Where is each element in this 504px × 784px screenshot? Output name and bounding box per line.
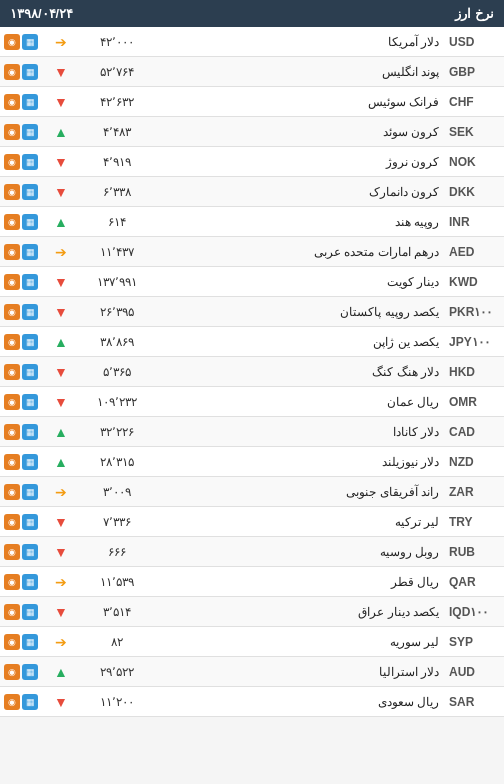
rss-icon[interactable]: ◉ (4, 124, 20, 140)
action-icons[interactable]: ▦ ◉ (4, 154, 50, 170)
action-icons[interactable]: ▦ ◉ (4, 664, 50, 680)
table-row[interactable]: QAR ریال قطر ۱۱٬۵۳۹ ➔ ▦ ◉ (0, 567, 504, 597)
action-icons[interactable]: ▦ ◉ (4, 544, 50, 560)
action-icons[interactable]: ▦ ◉ (4, 64, 50, 80)
rss-icon[interactable]: ◉ (4, 274, 20, 290)
rss-icon[interactable]: ◉ (4, 664, 20, 680)
action-icons[interactable]: ▦ ◉ (4, 184, 50, 200)
rss-icon[interactable]: ◉ (4, 34, 20, 50)
chart-icon[interactable]: ▦ (22, 514, 38, 530)
table-row[interactable]: HKD دلار هنگ کنگ ۵٬۳۶۵ ▼ ▦ ◉ (0, 357, 504, 387)
action-icons[interactable]: ▦ ◉ (4, 34, 50, 50)
rss-icon[interactable]: ◉ (4, 544, 20, 560)
chart-icon[interactable]: ▦ (22, 364, 38, 380)
action-icons[interactable]: ▦ ◉ (4, 244, 50, 260)
table-row[interactable]: SYP لیر سوریه ۸۲ ➔ ▦ ◉ (0, 627, 504, 657)
chart-icon[interactable]: ▦ (22, 394, 38, 410)
chart-icon[interactable]: ▦ (22, 184, 38, 200)
chart-icon[interactable]: ▦ (22, 334, 38, 350)
rss-icon[interactable]: ◉ (4, 64, 20, 80)
chart-icon[interactable]: ▦ (22, 304, 38, 320)
table-row[interactable]: SAR ریال سعودی ۱۱٬۲۰۰ ▼ ▦ ◉ (0, 687, 504, 717)
currency-price: ۱۳۷٬۹۹۱ (72, 275, 162, 289)
chart-icon[interactable]: ▦ (22, 484, 38, 500)
action-icons[interactable]: ▦ ◉ (4, 124, 50, 140)
chart-icon[interactable]: ▦ (22, 544, 38, 560)
chart-icon[interactable]: ▦ (22, 64, 38, 80)
table-row[interactable]: USD دلار آمریکا ۴۲٬۰۰۰ ➔ ▦ ◉ (0, 27, 504, 57)
chart-icon[interactable]: ▦ (22, 94, 38, 110)
currency-price: ۶۶۶ (72, 545, 162, 559)
chart-icon[interactable]: ▦ (22, 34, 38, 50)
action-icons[interactable]: ▦ ◉ (4, 694, 50, 710)
chart-icon[interactable]: ▦ (22, 244, 38, 260)
table-row[interactable]: AUD دلار استرالیا ۲۹٬۵۲۲ ▲ ▦ ◉ (0, 657, 504, 687)
action-icons[interactable]: ▦ ◉ (4, 274, 50, 290)
chart-icon[interactable]: ▦ (22, 154, 38, 170)
rss-icon[interactable]: ◉ (4, 334, 20, 350)
table-row[interactable]: RUB روبل روسیه ۶۶۶ ▼ ▦ ◉ (0, 537, 504, 567)
chart-icon[interactable]: ▦ (22, 694, 38, 710)
chart-icon[interactable]: ▦ (22, 664, 38, 680)
table-row[interactable]: CHF فرانک سوئیس ۴۲٬۶۳۲ ▼ ▦ ◉ (0, 87, 504, 117)
currency-price: ۱۱٬۴۳۷ (72, 245, 162, 259)
rss-icon[interactable]: ◉ (4, 394, 20, 410)
chart-icon[interactable]: ▦ (22, 604, 38, 620)
table-row[interactable]: KWD دینار کویت ۱۳۷٬۹۹۱ ▼ ▦ ◉ (0, 267, 504, 297)
rss-icon[interactable]: ◉ (4, 94, 20, 110)
action-icons[interactable]: ▦ ◉ (4, 514, 50, 530)
action-icons[interactable]: ▦ ◉ (4, 454, 50, 470)
action-icons[interactable]: ▦ ◉ (4, 94, 50, 110)
rss-icon[interactable]: ◉ (4, 364, 20, 380)
chart-icon[interactable]: ▦ (22, 214, 38, 230)
table-row[interactable]: CAD دلار کانادا ۳۲٬۲۲۶ ▲ ▦ ◉ (0, 417, 504, 447)
chart-icon[interactable]: ▦ (22, 124, 38, 140)
rss-icon[interactable]: ◉ (4, 244, 20, 260)
rss-icon[interactable]: ◉ (4, 454, 20, 470)
table-row[interactable]: JPY۱۰۰ یکصد ین ژاپن ۳۸٬۸۶۹ ▲ ▦ ◉ (0, 327, 504, 357)
price-direction: ➔ (50, 244, 72, 260)
table-row[interactable]: NZD دلار نیوزیلند ۲۸٬۳۱۵ ▲ ▦ ◉ (0, 447, 504, 477)
chart-icon[interactable]: ▦ (22, 424, 38, 440)
table-row[interactable]: OMR ریال عمان ۱۰۹٬۲۳۲ ▼ ▦ ◉ (0, 387, 504, 417)
currency-code: OMR (445, 395, 500, 409)
action-icons[interactable]: ▦ ◉ (4, 424, 50, 440)
rss-icon[interactable]: ◉ (4, 694, 20, 710)
table-row[interactable]: NOK کرون نروژ ۴٬۹۱۹ ▼ ▦ ◉ (0, 147, 504, 177)
rss-icon[interactable]: ◉ (4, 604, 20, 620)
chart-icon[interactable]: ▦ (22, 274, 38, 290)
chart-icon[interactable]: ▦ (22, 574, 38, 590)
table-row[interactable]: PKR۱۰۰ یکصد روپیه پاکستان ۲۶٬۳۹۵ ▼ ▦ ◉ (0, 297, 504, 327)
table-row[interactable]: AED درهم امارات متحده عربی ۱۱٬۴۳۷ ➔ ▦ ◉ (0, 237, 504, 267)
action-icons[interactable]: ▦ ◉ (4, 334, 50, 350)
action-icons[interactable]: ▦ ◉ (4, 604, 50, 620)
rss-icon[interactable]: ◉ (4, 484, 20, 500)
arrow-down-icon: ▼ (54, 274, 68, 290)
action-icons[interactable]: ▦ ◉ (4, 394, 50, 410)
rss-icon[interactable]: ◉ (4, 184, 20, 200)
rss-icon[interactable]: ◉ (4, 634, 20, 650)
table-row[interactable]: IQD۱۰۰ یکصد دینار عراق ۳٬۵۱۴ ▼ ▦ ◉ (0, 597, 504, 627)
action-icons[interactable]: ▦ ◉ (4, 484, 50, 500)
rss-icon[interactable]: ◉ (4, 304, 20, 320)
rss-icon[interactable]: ◉ (4, 574, 20, 590)
chart-icon[interactable]: ▦ (22, 454, 38, 470)
currency-name: ریال سعودی (162, 695, 445, 709)
table-row[interactable]: INR روپیه هند ۶۱۴ ▲ ▦ ◉ (0, 207, 504, 237)
table-row[interactable]: SEK کرون سوئد ۴٬۴۸۳ ▲ ▦ ◉ (0, 117, 504, 147)
table-row[interactable]: TRY لیر ترکیه ۷٬۳۳۶ ▼ ▦ ◉ (0, 507, 504, 537)
table-row[interactable]: GBP پوند انگلیس ۵۲٬۷۶۴ ▼ ▦ ◉ (0, 57, 504, 87)
action-icons[interactable]: ▦ ◉ (4, 214, 50, 230)
rss-icon[interactable]: ◉ (4, 154, 20, 170)
rss-icon[interactable]: ◉ (4, 214, 20, 230)
table-row[interactable]: DKK کرون دانمارک ۶٬۳۳۸ ▼ ▦ ◉ (0, 177, 504, 207)
action-icons[interactable]: ▦ ◉ (4, 304, 50, 320)
rss-icon[interactable]: ◉ (4, 514, 20, 530)
currency-name: لیر سوریه (162, 635, 445, 649)
action-icons[interactable]: ▦ ◉ (4, 364, 50, 380)
table-row[interactable]: ZAR راند آفریقای جنوبی ۳٬۰۰۹ ➔ ▦ ◉ (0, 477, 504, 507)
rss-icon[interactable]: ◉ (4, 424, 20, 440)
action-icons[interactable]: ▦ ◉ (4, 574, 50, 590)
chart-icon[interactable]: ▦ (22, 634, 38, 650)
action-icons[interactable]: ▦ ◉ (4, 634, 50, 650)
